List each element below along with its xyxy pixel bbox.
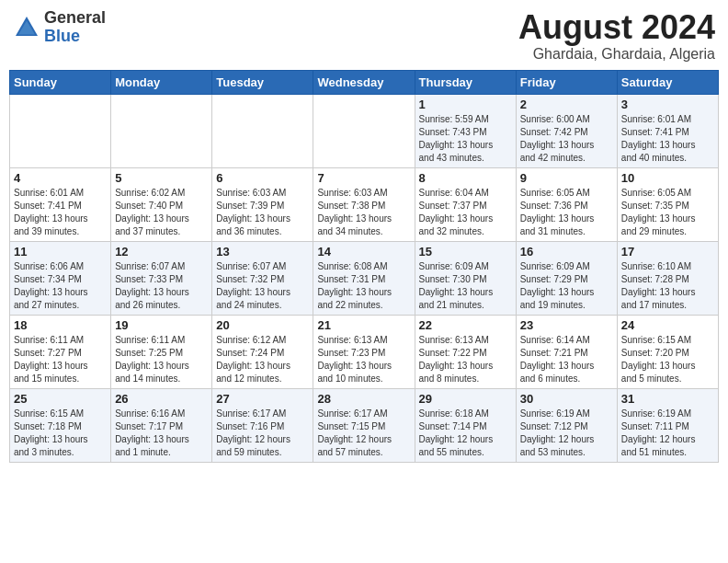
location-subtitle: Ghardaia, Ghardaia, Algeria [518,46,715,63]
day-info: Sunrise: 6:03 AM Sunset: 7:38 PM Dayligh… [317,187,410,238]
day-info: Sunrise: 6:15 AM Sunset: 7:20 PM Dayligh… [621,334,714,385]
day-info: Sunrise: 6:07 AM Sunset: 7:33 PM Dayligh… [115,260,208,312]
day-info: Sunrise: 6:06 AM Sunset: 7:34 PM Dayligh… [14,260,107,312]
day-info: Sunrise: 6:14 AM Sunset: 7:21 PM Dayligh… [520,334,613,385]
calendar-cell: 2Sunrise: 6:00 AM Sunset: 7:42 PM Daylig… [516,94,617,167]
day-number: 13 [216,245,309,259]
day-info: Sunrise: 6:17 AM Sunset: 7:16 PM Dayligh… [216,408,309,459]
day-info: Sunrise: 6:11 AM Sunset: 7:25 PM Dayligh… [115,334,208,385]
day-number: 28 [317,392,410,406]
day-info: Sunrise: 6:05 AM Sunset: 7:35 PM Dayligh… [621,187,714,238]
day-number: 20 [216,318,309,332]
calendar-cell: 3Sunrise: 6:01 AM Sunset: 7:41 PM Daylig… [617,94,718,167]
weekday-header-wednesday: Wednesday [313,70,415,94]
weekday-header-saturday: Saturday [617,70,718,94]
logo-icon [13,14,40,41]
day-number: 16 [520,245,613,259]
day-number: 25 [14,392,107,406]
calendar-cell: 7Sunrise: 6:03 AM Sunset: 7:38 PM Daylig… [313,167,415,241]
calendar-cell: 17Sunrise: 6:10 AM Sunset: 7:28 PM Dayli… [617,241,718,315]
day-number: 17 [621,245,714,259]
day-number: 24 [621,318,714,332]
day-info: Sunrise: 6:00 AM Sunset: 7:42 PM Dayligh… [520,113,613,165]
calendar-cell: 8Sunrise: 6:04 AM Sunset: 7:37 PM Daylig… [415,167,516,241]
day-info: Sunrise: 6:12 AM Sunset: 7:24 PM Dayligh… [216,334,309,385]
weekday-header-friday: Friday [516,70,617,94]
calendar-cell: 18Sunrise: 6:11 AM Sunset: 7:27 PM Dayli… [10,315,111,388]
day-number: 4 [14,171,107,185]
day-number: 30 [520,392,613,406]
day-number: 27 [216,392,309,406]
calendar-week-row: 25Sunrise: 6:15 AM Sunset: 7:18 PM Dayli… [10,388,719,462]
day-number: 5 [115,171,208,185]
day-info: Sunrise: 6:11 AM Sunset: 7:27 PM Dayligh… [14,334,107,385]
day-info: Sunrise: 6:09 AM Sunset: 7:29 PM Dayligh… [520,260,613,312]
day-info: Sunrise: 6:19 AM Sunset: 7:11 PM Dayligh… [621,408,714,459]
calendar-cell: 26Sunrise: 6:16 AM Sunset: 7:17 PM Dayli… [111,388,212,462]
day-info: Sunrise: 6:13 AM Sunset: 7:23 PM Dayligh… [317,334,410,385]
calendar-week-row: 4Sunrise: 6:01 AM Sunset: 7:41 PM Daylig… [10,167,719,241]
calendar-cell: 19Sunrise: 6:11 AM Sunset: 7:25 PM Dayli… [111,315,212,388]
day-info: Sunrise: 6:17 AM Sunset: 7:15 PM Dayligh… [317,408,410,459]
day-number: 9 [520,171,613,185]
calendar-cell: 24Sunrise: 6:15 AM Sunset: 7:20 PM Dayli… [617,315,718,388]
calendar-cell [111,94,212,167]
day-number: 8 [419,171,512,185]
day-info: Sunrise: 6:08 AM Sunset: 7:31 PM Dayligh… [317,260,410,312]
page-header: General Blue August 2024 Ghardaia, Ghard… [9,9,719,63]
day-number: 3 [621,98,714,111]
month-year-title: August 2024 [518,9,715,46]
day-info: Sunrise: 6:13 AM Sunset: 7:22 PM Dayligh… [419,334,512,385]
calendar-cell: 5Sunrise: 6:02 AM Sunset: 7:40 PM Daylig… [111,167,212,241]
calendar-cell: 20Sunrise: 6:12 AM Sunset: 7:24 PM Dayli… [212,315,313,388]
calendar-cell [10,94,111,167]
day-info: Sunrise: 6:07 AM Sunset: 7:32 PM Dayligh… [216,260,309,312]
calendar-week-row: 1Sunrise: 5:59 AM Sunset: 7:43 PM Daylig… [10,94,719,167]
weekday-header-monday: Monday [111,70,212,94]
logo-text: General Blue [44,9,106,46]
calendar-cell: 4Sunrise: 6:01 AM Sunset: 7:41 PM Daylig… [10,167,111,241]
day-number: 22 [419,318,512,332]
calendar-cell: 22Sunrise: 6:13 AM Sunset: 7:22 PM Dayli… [415,315,516,388]
calendar-cell: 6Sunrise: 6:03 AM Sunset: 7:39 PM Daylig… [212,167,313,241]
day-number: 31 [621,392,714,406]
calendar-cell: 9Sunrise: 6:05 AM Sunset: 7:36 PM Daylig… [516,167,617,241]
calendar-week-row: 11Sunrise: 6:06 AM Sunset: 7:34 PM Dayli… [10,241,719,315]
day-info: Sunrise: 6:16 AM Sunset: 7:17 PM Dayligh… [115,408,208,459]
calendar-cell: 14Sunrise: 6:08 AM Sunset: 7:31 PM Dayli… [313,241,415,315]
calendar-cell: 10Sunrise: 6:05 AM Sunset: 7:35 PM Dayli… [617,167,718,241]
calendar-cell: 16Sunrise: 6:09 AM Sunset: 7:29 PM Dayli… [516,241,617,315]
day-number: 19 [115,318,208,332]
day-info: Sunrise: 6:02 AM Sunset: 7:40 PM Dayligh… [115,187,208,238]
calendar-table: SundayMondayTuesdayWednesdayThursdayFrid… [9,70,719,463]
weekday-header-tuesday: Tuesday [212,70,313,94]
day-number: 21 [317,318,410,332]
day-number: 26 [115,392,208,406]
calendar-cell: 31Sunrise: 6:19 AM Sunset: 7:11 PM Dayli… [617,388,718,462]
calendar-cell: 1Sunrise: 5:59 AM Sunset: 7:43 PM Daylig… [415,94,516,167]
day-info: Sunrise: 6:18 AM Sunset: 7:14 PM Dayligh… [419,408,512,459]
day-number: 12 [115,245,208,259]
day-info: Sunrise: 6:01 AM Sunset: 7:41 PM Dayligh… [14,187,107,238]
day-number: 11 [14,245,107,259]
day-number: 14 [317,245,410,259]
day-info: Sunrise: 6:15 AM Sunset: 7:18 PM Dayligh… [14,408,107,459]
day-info: Sunrise: 5:59 AM Sunset: 7:43 PM Dayligh… [419,113,512,165]
calendar-cell [313,94,415,167]
calendar-cell: 27Sunrise: 6:17 AM Sunset: 7:16 PM Dayli… [212,388,313,462]
day-info: Sunrise: 6:10 AM Sunset: 7:28 PM Dayligh… [621,260,714,312]
weekday-header-row: SundayMondayTuesdayWednesdayThursdayFrid… [10,70,719,94]
day-info: Sunrise: 6:04 AM Sunset: 7:37 PM Dayligh… [419,187,512,238]
calendar-cell: 25Sunrise: 6:15 AM Sunset: 7:18 PM Dayli… [10,388,111,462]
title-block: August 2024 Ghardaia, Ghardaia, Algeria [518,9,715,63]
calendar-cell: 28Sunrise: 6:17 AM Sunset: 7:15 PM Dayli… [313,388,415,462]
day-number: 2 [520,98,613,111]
day-info: Sunrise: 6:19 AM Sunset: 7:12 PM Dayligh… [520,408,613,459]
day-number: 29 [419,392,512,406]
logo-blue-text: Blue [44,28,106,46]
day-number: 15 [419,245,512,259]
calendar-cell: 29Sunrise: 6:18 AM Sunset: 7:14 PM Dayli… [415,388,516,462]
calendar-cell: 11Sunrise: 6:06 AM Sunset: 7:34 PM Dayli… [10,241,111,315]
calendar-cell [212,94,313,167]
weekday-header-sunday: Sunday [10,70,111,94]
